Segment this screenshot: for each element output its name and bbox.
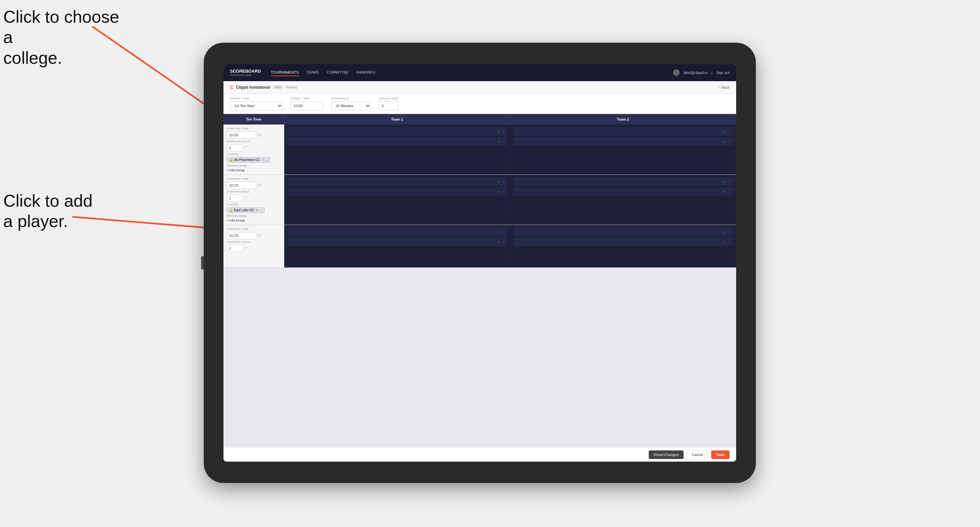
player-1-2-x[interactable]: ✕ xyxy=(498,140,500,143)
annotation-text-1a: Click to choose a xyxy=(3,7,119,47)
remove-group-1[interactable]: Remove Group xyxy=(227,164,281,167)
player-1-1-controls: ✕ ⋮ xyxy=(498,130,505,133)
player-2-1-x[interactable]: ✕ xyxy=(723,130,726,133)
cancel-button[interactable]: Cancel xyxy=(687,451,708,459)
reset-changes-button[interactable]: Reset Changes xyxy=(649,451,684,459)
add-group-2[interactable]: + Add Group xyxy=(227,219,281,222)
player-row-3-1[interactable]: ✕ ⋮ xyxy=(287,178,508,186)
player-1-2-controls: ✕ ⋮ xyxy=(498,140,505,143)
course-label-2: COURSE: xyxy=(227,203,281,206)
player-2-1-dots[interactable]: ⋮ xyxy=(727,130,730,133)
intervals-label: Intervals xyxy=(331,97,371,100)
time-input-3[interactable] xyxy=(227,232,256,239)
hole-input-1[interactable] xyxy=(227,144,243,151)
player-5-1-dots[interactable]: ⋮ xyxy=(501,230,505,234)
sign-out-link[interactable]: Sign out xyxy=(716,71,730,75)
course-expand-2[interactable]: ⌄ xyxy=(259,208,262,212)
time-input-2[interactable] xyxy=(227,182,256,189)
starting-time-label-3: STARTING TIME: xyxy=(227,228,281,231)
player-2-2-controls: ✕ ⋮ xyxy=(723,140,730,143)
tablet-side-button xyxy=(201,256,204,270)
time-input-1[interactable] xyxy=(227,132,256,139)
starting-time-label-2: STARTING TIME: xyxy=(227,178,281,180)
bc-logo-icon: C xyxy=(230,85,233,90)
course-expand-1[interactable]: ⌄ xyxy=(265,158,268,162)
player-row-1-1[interactable]: ✕ ⋮ xyxy=(287,127,508,136)
player-row-6-1[interactable]: ✕ ⋮ xyxy=(513,228,733,236)
breadcrumb-bar: C Clippd Invitational Men Hosting ‹ Back xyxy=(223,81,736,94)
group-size-group: Group Size xyxy=(379,97,398,110)
player-5-2-x[interactable]: ✕ xyxy=(498,240,500,244)
team1-cell-3: ✕ ⋮ ✕ ⋮ xyxy=(284,225,511,267)
course-tag-2[interactable]: ⛳ East Lake GC ✕ ⌄ xyxy=(227,207,264,213)
nav-tournaments[interactable]: TOURNAMENTS xyxy=(271,69,299,76)
player-6-1-controls: ✕ ⋮ xyxy=(723,230,730,234)
player-5-1-x[interactable]: ✕ xyxy=(498,230,500,234)
player-1-1-x[interactable]: ✕ xyxy=(498,130,500,133)
tee-row-2: STARTING TIME: ⓘ STARTING HOLE: ⌃ COURSE… xyxy=(223,175,736,225)
user-email: blair@clippd.io xyxy=(684,71,707,75)
th-team1: Team 1 xyxy=(284,114,511,124)
start-type-select[interactable]: 1st Tee Start xyxy=(230,101,283,110)
hole-stepper-1[interactable]: ⌃ xyxy=(245,146,248,150)
add-group-1[interactable]: + Add Group xyxy=(227,168,281,172)
course-icon-2: ⛳ xyxy=(229,209,233,212)
remove-group-2[interactable]: Remove Group xyxy=(227,214,281,217)
player-4-2-x[interactable]: ✕ xyxy=(723,190,726,194)
hole-input-3[interactable] xyxy=(227,245,243,252)
player-row-4-1[interactable]: ✕ ⋮ xyxy=(513,178,733,186)
table-header: Tee Time Team 1 Team 2 xyxy=(223,114,736,124)
player-4-1-dots[interactable]: ⋮ xyxy=(727,180,730,184)
course-remove-1[interactable]: ✕ xyxy=(261,158,264,162)
player-4-1-x[interactable]: ✕ xyxy=(723,180,726,184)
player-1-1-dots[interactable]: ⋮ xyxy=(501,130,505,133)
team2-cell-1: ✕ ⋮ ✕ ⋮ xyxy=(511,124,737,175)
player-5-2-dots[interactable]: ⋮ xyxy=(501,240,505,244)
player-row-2-1[interactable]: ✕ ⋮ xyxy=(513,127,733,136)
player-row-6-2[interactable]: ✕ ⋮ xyxy=(513,238,733,246)
player-6-2-dots[interactable]: ⋮ xyxy=(727,240,730,244)
starting-hole-label-1: STARTING HOLE: xyxy=(227,140,281,143)
player-row-2-2[interactable]: ✕ ⋮ xyxy=(513,137,733,146)
tablet-screen: SCOREBOARD Powered by clippd TOURNAMENTS… xyxy=(223,64,736,462)
player-4-1-controls: ✕ ⋮ xyxy=(723,180,730,184)
team1-cell-1: ✕ ⋮ ✕ ⋮ xyxy=(284,124,511,175)
annotation-text-1b: college. xyxy=(3,48,62,67)
tournament-tag: Men xyxy=(273,85,283,89)
player-3-2-x[interactable]: ✕ xyxy=(498,190,500,194)
start-time-group: Start Time xyxy=(291,97,323,110)
player-1-2-dots[interactable]: ⋮ xyxy=(501,140,505,143)
player-3-1-dots[interactable]: ⋮ xyxy=(501,180,505,184)
player-6-1-dots[interactable]: ⋮ xyxy=(727,230,730,234)
course-remove-2[interactable]: ✕ xyxy=(256,208,258,212)
player-4-2-dots[interactable]: ⋮ xyxy=(727,190,730,194)
nav-committee[interactable]: COMMITTEE xyxy=(327,69,349,76)
hole-stepper-2[interactable]: ⌃ xyxy=(245,196,248,200)
intervals-select[interactable]: 10 Minutes xyxy=(331,101,371,110)
start-time-input[interactable] xyxy=(291,101,323,110)
player-row-5-2[interactable]: ✕ ⋮ xyxy=(287,238,508,246)
player-row-5-1[interactable]: ✕ ⋮ xyxy=(287,228,508,236)
player-3-2-dots[interactable]: ⋮ xyxy=(501,190,505,194)
nav-teams[interactable]: TEAMS xyxy=(307,69,319,76)
hole-input-2[interactable] xyxy=(227,195,243,202)
player-6-2-x[interactable]: ✕ xyxy=(723,240,726,244)
player-2-2-x[interactable]: ✕ xyxy=(723,140,726,143)
player-4-2-controls: ✕ ⋮ xyxy=(723,190,730,194)
player-2-2-dots[interactable]: ⋮ xyxy=(727,140,730,143)
group-size-input[interactable] xyxy=(379,101,398,110)
back-button[interactable]: ‹ Back xyxy=(719,86,730,89)
course-tag-1[interactable]: ⛳ (A) Peachtree GC ✕ ⌄ xyxy=(227,157,270,163)
player-row-3-2[interactable]: ✕ ⋮ xyxy=(287,187,508,196)
tournament-name: Clippd Invitational xyxy=(236,85,270,90)
player-row-1-2[interactable]: ✕ ⋮ xyxy=(287,137,508,146)
player-3-1-x[interactable]: ✕ xyxy=(498,180,500,184)
player-row-4-2[interactable]: ✕ ⋮ xyxy=(513,187,733,196)
nav-rankings[interactable]: RANKINGS xyxy=(356,69,375,76)
player-6-1-x[interactable]: ✕ xyxy=(723,230,726,234)
hole-stepper-3[interactable]: ⌃ xyxy=(245,246,248,251)
starting-time-label-1: STARTING TIME: xyxy=(227,127,281,130)
save-button[interactable]: Save xyxy=(711,451,730,459)
course-name-2: East Lake GC xyxy=(234,208,255,212)
navbar: SCOREBOARD Powered by clippd TOURNAMENTS… xyxy=(223,64,736,81)
